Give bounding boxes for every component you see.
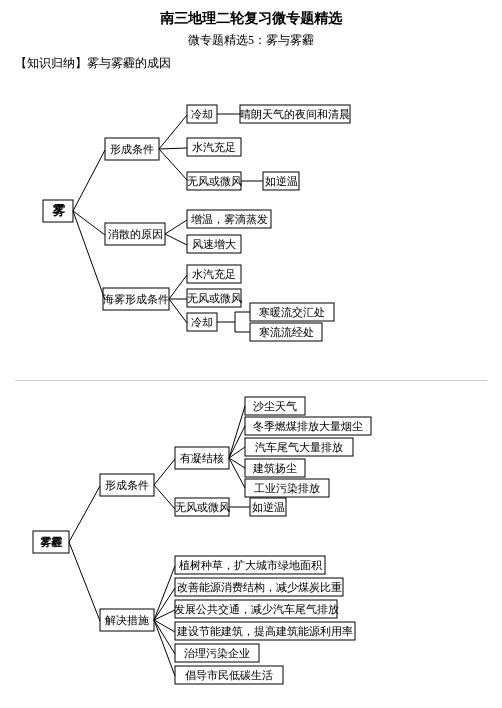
svg-text:如逆温: 如逆温 <box>265 175 298 187</box>
subtitle: 微专题精选5：雾与雾霾 <box>15 32 487 49</box>
svg-text:汽车尾气大量排放: 汽车尾气大量排放 <box>255 441 343 453</box>
svg-text:形成条件: 形成条件 <box>105 479 149 491</box>
knowledge-label: 【知识归纳】雾与雾霾的成因 <box>15 55 487 72</box>
svg-text:改善能源消费结构，减少煤炭比重: 改善能源消费结构，减少煤炭比重 <box>177 581 342 593</box>
svg-text:增温，雾滴蒸发: 增温，雾滴蒸发 <box>190 213 268 225</box>
svg-text:冬季燃煤排放大量烟尘: 冬季燃煤排放大量烟尘 <box>253 420 363 432</box>
svg-text:冷却: 冷却 <box>191 108 213 120</box>
svg-text:植树种草，扩大城市绿地面积: 植树种草，扩大城市绿地面积 <box>179 559 322 571</box>
svg-text:晴朗天气的夜间和清晨: 晴朗天气的夜间和清晨 <box>240 108 350 120</box>
svg-line-8 <box>159 148 187 149</box>
divider <box>15 380 487 381</box>
svg-text:工业污染排放: 工业污染排放 <box>254 482 320 494</box>
svg-text:水汽充足: 水汽充足 <box>192 268 236 280</box>
svg-text:无风或微风: 无风或微风 <box>187 292 242 304</box>
svg-line-52 <box>69 486 100 542</box>
svg-text:寒流流经处: 寒流流经处 <box>259 326 314 338</box>
svg-text:沙尘天气: 沙尘天气 <box>253 400 297 412</box>
svg-text:建筑扬尘: 建筑扬尘 <box>252 462 297 474</box>
svg-text:风速增大: 风速增大 <box>192 238 236 250</box>
svg-text:建设节能建筑，提高建筑能源利用率: 建设节能建筑，提高建筑能源利用率 <box>176 625 353 637</box>
svg-text:海雾形成条件: 海雾形成条件 <box>103 293 169 305</box>
svg-line-9 <box>159 149 187 180</box>
svg-line-34 <box>169 299 187 323</box>
svg-text:水汽充足: 水汽充足 <box>192 141 236 153</box>
svg-line-7 <box>159 115 187 149</box>
svg-line-2 <box>73 150 105 211</box>
svg-text:无风或微风: 无风或微风 <box>187 175 242 187</box>
svg-line-24 <box>165 220 187 234</box>
svg-text:消散的原因: 消散的原因 <box>108 228 163 240</box>
svg-line-53 <box>69 542 100 621</box>
svg-text:雾: 雾 <box>52 203 66 218</box>
svg-line-60 <box>229 406 245 458</box>
svg-text:寒暖流交汇处: 寒暖流交汇处 <box>259 306 325 318</box>
svg-text:无风或微风: 无风或微风 <box>175 501 230 513</box>
svg-line-25 <box>165 234 187 245</box>
page-title: 南三地理二轮复习微专题精选 <box>15 10 487 28</box>
fog-mindmap: 雾 形成条件 冷却 晴朗天气的夜间和清晨 水汽充足 无风或微风 如逆温 消散的原 <box>15 80 487 364</box>
svg-text:有凝结核: 有凝结核 <box>180 452 224 464</box>
svg-line-57 <box>154 485 175 509</box>
svg-text:治理污染企业: 治理污染企业 <box>184 647 250 659</box>
svg-text:发展公共交通，减少汽车尾气排放: 发展公共交通，减少汽车尾气排放 <box>174 603 339 615</box>
svg-text:倡导市民低碳生活: 倡导市民低碳生活 <box>185 669 273 681</box>
svg-text:解决措施: 解决措施 <box>105 614 149 626</box>
svg-line-56 <box>154 459 175 485</box>
svg-text:冷却: 冷却 <box>191 316 213 328</box>
svg-text:雾霾: 雾霾 <box>40 536 62 548</box>
svg-line-32 <box>169 275 187 299</box>
svg-text:如逆温: 如逆温 <box>252 501 285 513</box>
svg-line-4 <box>73 211 105 300</box>
svg-text:形成条件: 形成条件 <box>110 143 154 155</box>
smog-mindmap: 雾霾 形成条件 有凝结核 沙尘天气 冬季燃煤排放大量烟尘 汽车尾气大量排放 <box>15 391 487 708</box>
